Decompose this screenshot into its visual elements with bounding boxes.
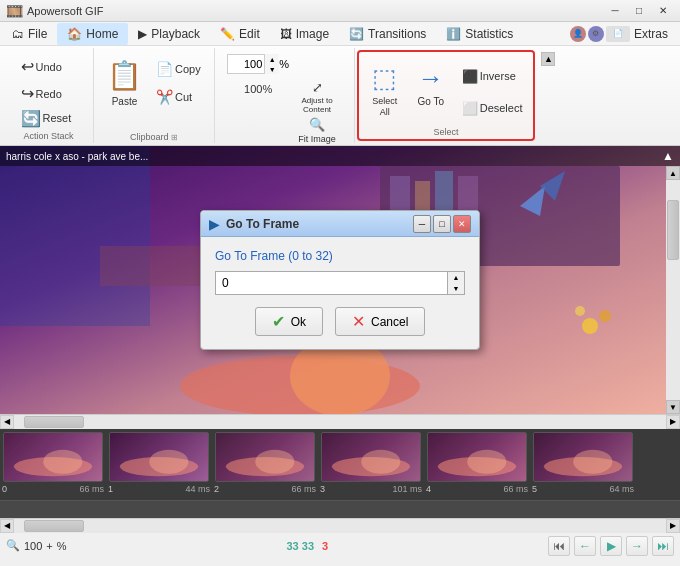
- timeline-scroll-track: [14, 519, 666, 533]
- dialog-spinners: ▲ ▼: [447, 272, 464, 294]
- zoom-up-button[interactable]: ▲: [265, 54, 279, 64]
- clipboard-label-row: Clipboard ⊞: [100, 130, 208, 142]
- undo-label: Undo: [36, 61, 62, 73]
- adjust-label: Adjust toContent: [302, 97, 333, 115]
- reset-button[interactable]: 🔄 Reset: [14, 108, 84, 128]
- copy-button[interactable]: 📄 Copy: [149, 58, 208, 80]
- clipboard-label: Clipboard: [130, 132, 169, 142]
- cut-button[interactable]: ✂️ Cut: [149, 86, 208, 108]
- ribbon-group-zoom: ▲ ▼ % 100% ⤢ Adjust toContent 🔍 F: [215, 48, 355, 143]
- zoom-search-icon: 🔍: [6, 539, 20, 552]
- select-label: Select: [434, 127, 459, 137]
- menu-statistics[interactable]: ℹ️ Statistics: [436, 23, 523, 45]
- zoom-100-button[interactable]: 100%: [227, 79, 289, 99]
- cut-label: Cut: [175, 91, 192, 103]
- menu-image[interactable]: 🖼 Image: [270, 23, 339, 45]
- adjust-to-content-button[interactable]: ⤢ Adjust toContent: [293, 82, 341, 112]
- content-inner: harris cole x aso - park ave be... ▲: [0, 146, 680, 532]
- dialog-frame-input[interactable]: [216, 272, 447, 294]
- fit-icon: 🔍: [309, 117, 325, 132]
- status-zoom-plus: +: [46, 540, 52, 552]
- nav-last-button[interactable]: ⏭: [652, 536, 674, 556]
- image-icon: 🖼: [280, 27, 292, 41]
- action-stack-label-row: Action Stack: [10, 129, 87, 141]
- nav-play-button[interactable]: ▶: [600, 536, 622, 556]
- dialog-spin-up[interactable]: ▲: [448, 272, 464, 283]
- status-percent: %: [57, 540, 67, 552]
- file-icon: 🗂: [12, 27, 24, 41]
- nav-next-green-button[interactable]: →: [626, 536, 648, 556]
- close-button[interactable]: ✕: [652, 2, 674, 20]
- svg-point-20: [149, 450, 188, 474]
- timeline-frame-1[interactable]: 1 44 ms: [106, 432, 212, 496]
- go-to-frame-dialog: ▶ Go To Frame ─ □ ✕ Go To Frame (0 to 32…: [200, 210, 480, 350]
- h-scroll-right-button[interactable]: ▶: [666, 415, 680, 429]
- menu-edit[interactable]: ✏️ Edit: [210, 23, 270, 45]
- timeline-frame-4[interactable]: 4 66 ms: [424, 432, 530, 496]
- h-scroll-thumb[interactable]: [24, 416, 84, 428]
- menu-extras[interactable]: 👤 ⚙ 📄 Extras: [560, 23, 678, 45]
- timeline-h-scrollbar: ◀ ▶: [0, 518, 680, 532]
- go-to-button[interactable]: → Go To: [409, 56, 453, 132]
- menu-bar: 🗂 File 🏠 Home ▶ Playback ✏️ Edit 🖼 Image…: [0, 22, 680, 46]
- timeline-frame-2[interactable]: 2 66 ms: [212, 432, 318, 496]
- menu-home[interactable]: 🏠 Home: [57, 23, 128, 45]
- timeline-scroll-thumb[interactable]: [24, 520, 84, 532]
- timeline: 0 66 ms 1 44 ms: [0, 428, 680, 500]
- dialog-input-wrap: ▲ ▼: [215, 271, 465, 295]
- dialog-ok-button[interactable]: ✔ Ok: [255, 307, 323, 336]
- dialog-cancel-button[interactable]: ✕ Cancel: [335, 307, 425, 336]
- timeline-scroll-right-button[interactable]: ▶: [666, 519, 680, 533]
- ribbon-collapse-button[interactable]: ▲: [541, 52, 555, 66]
- nav-prev-green-button[interactable]: ←: [574, 536, 596, 556]
- maximize-button[interactable]: □: [628, 2, 650, 20]
- h-scroll-left-button[interactable]: ◀: [0, 415, 14, 429]
- deselect-button[interactable]: ⬜ Deselect: [455, 94, 530, 122]
- dialog-close-button[interactable]: ✕: [453, 215, 471, 233]
- edit-icon: ✏️: [220, 27, 235, 41]
- timeline-frame-0[interactable]: 0 66 ms: [0, 432, 106, 496]
- timeline-info-2: 2 66 ms: [212, 482, 318, 494]
- cancel-x-icon: ✕: [352, 312, 365, 331]
- zoom-input[interactable]: [228, 58, 264, 70]
- dialog-title-bar: ▶ Go To Frame ─ □ ✕: [201, 211, 479, 237]
- menu-statistics-label: Statistics: [465, 27, 513, 41]
- select-all-button[interactable]: ⬚ SelectAll: [363, 56, 407, 132]
- dialog-spin-down[interactable]: ▼: [448, 283, 464, 294]
- timeline-info-5: 5 64 ms: [530, 482, 636, 494]
- zoom-down-button[interactable]: ▼: [265, 64, 279, 74]
- minimize-button[interactable]: ─: [604, 2, 626, 20]
- menu-edit-label: Edit: [239, 27, 260, 41]
- timeline-thumb-5: [533, 432, 633, 482]
- fit-image-button[interactable]: 🔍 Fit Image: [293, 115, 341, 145]
- inverse-button[interactable]: ⬛ Inverse: [455, 62, 530, 90]
- timeline-scroll-left-button[interactable]: ◀: [0, 519, 14, 533]
- ok-label: Ok: [291, 315, 306, 329]
- timeline-frame-3[interactable]: 3 101 ms: [318, 432, 424, 496]
- dialog-maximize-button[interactable]: □: [433, 215, 451, 233]
- redo-button[interactable]: ↪ Redo: [14, 81, 84, 106]
- dialog-window-controls: ─ □ ✕: [413, 215, 471, 233]
- undo-button[interactable]: ↩ Undo: [14, 54, 84, 79]
- ribbon-group-clipboard: 📋 Paste 📄 Copy ✂️ Cut Clipboard ⊞: [94, 48, 215, 143]
- canvas-area: ▶ Go To Frame ─ □ ✕ Go To Frame (0 to 32…: [0, 146, 680, 414]
- adjust-icon: ⤢: [312, 80, 323, 95]
- ribbon-collapse-area: ▲: [537, 48, 559, 143]
- menu-file[interactable]: 🗂 File: [2, 23, 57, 45]
- timeline-info-0: 0 66 ms: [0, 482, 106, 494]
- menu-transitions[interactable]: 🔄 Transitions: [339, 23, 436, 45]
- timeline-frame-5[interactable]: 5 64 ms: [530, 432, 636, 496]
- extras-icons: 👤 ⚙ 📄: [570, 26, 630, 42]
- action-stack-label: Action Stack: [23, 131, 73, 141]
- paste-button[interactable]: 📋 Paste: [100, 54, 149, 130]
- fit-label: Fit Image: [298, 134, 336, 144]
- clipboard-expand-icon[interactable]: ⊞: [171, 133, 178, 142]
- select-all-label: SelectAll: [372, 96, 397, 118]
- timeline-info-4: 4 66 ms: [424, 482, 530, 494]
- nav-first-button[interactable]: ⏮: [548, 536, 570, 556]
- frame-ms-2: 66 ms: [291, 484, 316, 494]
- status-bar: 🔍 100 + % 33 33 3 ⏮ ← ▶ → ⏭: [0, 532, 680, 558]
- menu-playback[interactable]: ▶ Playback: [128, 23, 210, 45]
- dialog-minimize-button[interactable]: ─: [413, 215, 431, 233]
- menu-file-label: File: [28, 27, 47, 41]
